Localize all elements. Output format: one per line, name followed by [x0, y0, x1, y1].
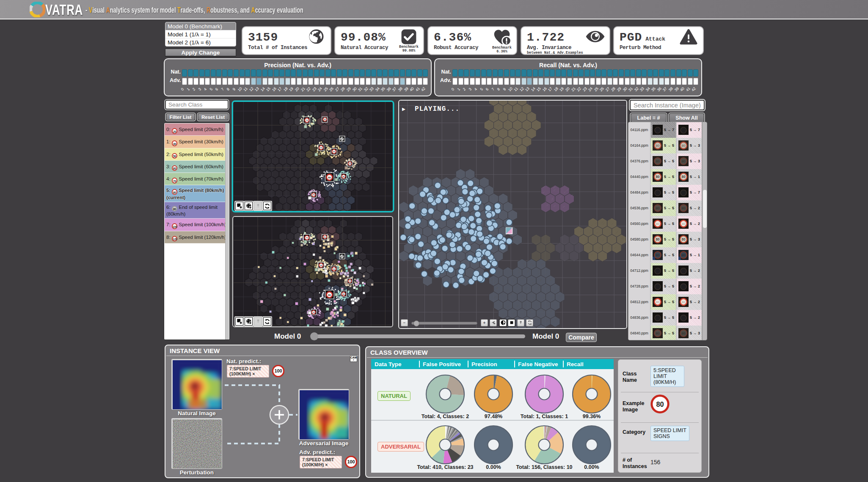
svg-text:80: 80	[656, 253, 660, 257]
svg-text:80: 80	[682, 159, 686, 163]
svg-text:80: 80	[656, 238, 660, 241]
svg-text:80: 80	[656, 159, 660, 163]
svg-text:80: 80	[656, 206, 660, 210]
svg-text:99.36%: 99.36%	[583, 414, 601, 419]
svg-text:80: 80	[681, 238, 686, 241]
svg-text:Data Type: Data Type	[375, 361, 402, 367]
svg-text:80: 80	[682, 300, 685, 304]
svg-text:80: 80	[656, 300, 659, 304]
svg-text:False Negative: False Negative	[518, 361, 558, 367]
svg-text:Total: 156, Classes: 10: Total: 156, Classes: 10	[516, 464, 572, 470]
svg-text:80: 80	[328, 176, 331, 179]
svg-text:False Positive: False Positive	[423, 361, 461, 367]
svg-text:97.48%: 97.48%	[485, 414, 502, 419]
svg-text:70: 70	[306, 237, 308, 239]
svg-text:80: 80	[656, 144, 660, 148]
svg-text:70: 70	[306, 119, 308, 121]
svg-text:80: 80	[328, 294, 331, 296]
svg-text:80: 80	[682, 144, 686, 148]
svg-text:Total: 410, Classes: 23: Total: 410, Classes: 23	[417, 464, 473, 470]
svg-text:Total: 1, Classes: 1: Total: 1, Classes: 1	[521, 414, 568, 419]
svg-text:Total: 4, Classes: 2: Total: 4, Classes: 2	[422, 414, 469, 419]
svg-text:0.00%: 0.00%	[486, 464, 501, 470]
svg-text:0.00%: 0.00%	[584, 464, 599, 470]
svg-text:Precision: Precision	[471, 361, 497, 367]
svg-text:Recall: Recall	[567, 361, 584, 367]
svg-text:80: 80	[682, 206, 686, 210]
svg-text:80: 80	[656, 400, 664, 408]
svg-text:80: 80	[681, 175, 686, 179]
svg-text:80: 80	[656, 175, 660, 179]
svg-text:80: 80	[682, 222, 685, 226]
svg-text:80: 80	[682, 253, 686, 257]
svg-text:80: 80	[682, 331, 686, 335]
svg-text:80: 80	[656, 222, 659, 226]
svg-text:100: 100	[347, 459, 355, 464]
svg-text:80: 80	[656, 331, 660, 335]
